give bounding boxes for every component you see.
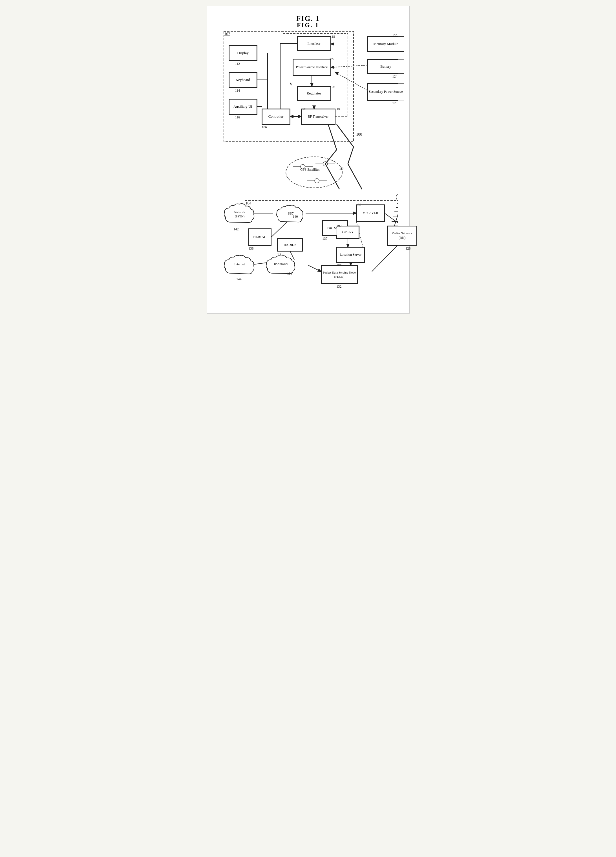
power-source-interface-box: Power Source Interface [293,59,331,76]
label-116: 116 [235,115,240,119]
ss7-cloud: SS7 [275,203,307,226]
label-102: 102 [224,32,230,36]
fig-title: FIG. 1 [297,22,319,29]
label-122: 122 [330,57,335,62]
label-130: 130 [357,203,361,207]
label-154: 154 [340,167,344,171]
svg-line-25 [335,72,367,91]
svg-point-63 [315,178,319,183]
pstn-cloud-svg: Network (PSTN) [223,202,256,226]
label-125: 125 [392,101,397,105]
svg-point-60 [323,162,327,166]
label-110: 110 [335,107,340,111]
radio-network-box: Radio Network (RN) [388,226,417,246]
location-server-box: Location Server [337,247,365,263]
svg-text:(PSTN): (PSTN) [235,215,244,218]
label-118: 118 [330,35,335,39]
ip-network-cloud-svg: IP Network [265,254,298,277]
svg-line-45 [309,265,321,272]
interface-box: Interface [297,36,331,51]
pdsn-box: Packet Data Serving Node (PDSN) [321,265,358,284]
hlr-ac-box: HLR/ AC [249,229,271,246]
label-132: 132 [337,285,342,289]
label-142: 142 [234,227,239,232]
svg-line-55 [394,203,398,226]
ip-network-cloud: IP Network [265,254,298,277]
battery-box: Battery [367,59,404,74]
rf-transceiver-box: RF Transceiver [301,109,335,124]
svg-line-24 [331,65,367,67]
controller-box: Controller [262,109,290,124]
page: FIG. 1 [207,6,410,314]
radius-box: RADIUS [278,238,303,251]
label-124: 124 [392,74,397,79]
svg-line-36 [384,213,398,226]
label-100: 100 [357,132,362,137]
svg-point-26 [286,157,342,188]
label-112: 112 [235,62,240,66]
internet-cloud-svg: Internet [223,254,256,277]
internet-cloud: Internet [223,254,256,277]
svg-text:IP Network: IP Network [274,262,288,265]
label-106: 106 [262,125,267,130]
label-140: 140 [293,215,298,219]
auxiliary-ui-box: Auxiliary UI [229,99,257,114]
diagram: FIG. 1 102 Display 112 Keyboard 114 Auxi… [218,28,398,305]
svg-text:Internet: Internet [234,262,245,266]
svg-line-46 [372,246,397,272]
label-144: 144 [236,277,242,282]
ss7-cloud-svg: SS7 [275,203,307,226]
memory-module-box: Memory Module [367,36,404,52]
label-114: 114 [235,88,240,93]
label-134: 134 [287,272,292,276]
svg-text:Network: Network [234,210,245,214]
label-138: 138 [249,246,254,251]
display-box: Display [229,45,257,61]
regulator-box: Regulator [297,86,331,101]
secondary-power-box: Secondary Power Source [367,84,404,101]
voltage-label: V [290,82,293,87]
network-pstn-cloud: Network (PSTN) [223,202,256,226]
msc-vlr-box: MSC/ VLR [357,205,384,222]
label-128: 128 [406,246,411,251]
keyboard-box: Keyboard [229,72,257,88]
gps-satellites-label: GPS Satellites [290,167,330,172]
label-192: 192 [337,224,342,228]
label-108: 108 [301,107,306,111]
label-126: 126 [330,85,335,89]
label-120: 120 [392,34,397,38]
label-137: 137 [323,237,327,241]
